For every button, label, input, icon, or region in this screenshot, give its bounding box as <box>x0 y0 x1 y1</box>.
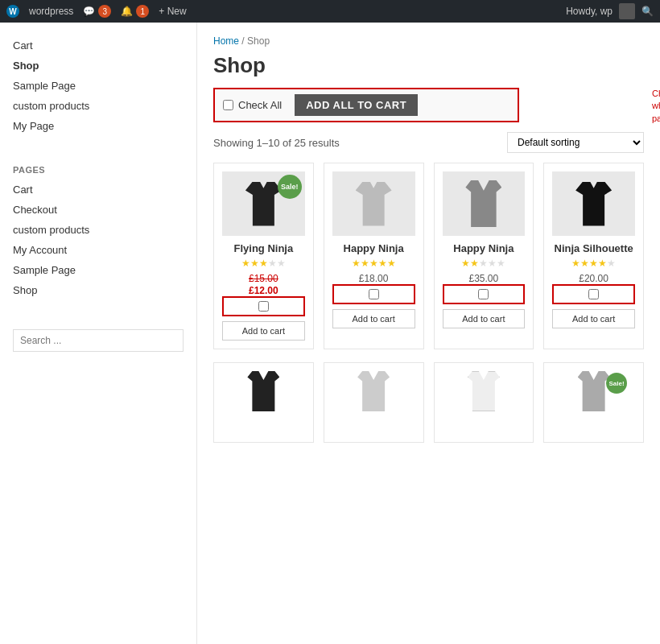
pages-item-cart[interactable]: Cart <box>13 180 184 200</box>
product-price: £35.00 <box>443 272 526 284</box>
product-image-happy-ninja-2 <box>443 171 526 236</box>
user-avatar[interactable] <box>619 3 635 19</box>
sidebar: Cart Shop Sample Page custom products My… <box>0 23 197 644</box>
sidebar-item-custom-products[interactable]: custom products <box>13 96 184 116</box>
product-checkbox[interactable] <box>258 301 269 312</box>
search-icon[interactable]: 🔍 <box>641 6 654 17</box>
product-thumb <box>357 371 390 411</box>
product-name: Flying Ninja <box>222 242 305 254</box>
sidebar-item-cart[interactable]: Cart <box>13 35 184 56</box>
check-all-bar: Check All ADD ALL TO CART <box>213 88 519 122</box>
sale-badge: Sale! <box>278 175 302 199</box>
sale-badge-2: Sale! <box>606 373 627 394</box>
add-to-cart-button[interactable]: Add to cart <box>552 309 635 328</box>
site-name[interactable]: wordpress <box>29 6 73 17</box>
product-card: Happy Ninja ★★★★★ £35.00 Add to cart <box>434 163 534 349</box>
sidebar-item-my-page[interactable]: My Page <box>13 116 184 136</box>
product-checkbox-row <box>443 284 526 304</box>
product-checkbox[interactable] <box>369 289 379 299</box>
product-stars: ★★★★★ <box>332 258 415 269</box>
product-stars: ★★★★★ <box>552 258 635 269</box>
product-checkbox[interactable] <box>478 289 489 299</box>
add-to-cart-button[interactable]: Add to cart <box>443 309 526 328</box>
product-card-partial <box>324 362 424 443</box>
results-count: Showing 1–10 of 25 results <box>213 137 340 149</box>
add-to-cart-button[interactable]: Add to cart <box>332 309 415 328</box>
pages-item-sample-page[interactable]: Sample Page <box>13 260 184 280</box>
product-image-ninja-silhouette <box>552 171 635 236</box>
product-price: £20.00 <box>552 272 635 284</box>
product-card-partial <box>213 362 314 443</box>
site-label: wordpress <box>29 6 73 17</box>
check-all-label: Check All <box>238 99 282 111</box>
breadcrumb-current: Shop <box>247 35 270 47</box>
product-card: Ninja Silhouette ★★★★★ £20.00 Add to car… <box>543 163 644 349</box>
product-stars: ★★★★★ <box>443 258 526 269</box>
sort-select[interactable]: Default sorting Sort by popularity Sort … <box>507 132 644 153</box>
products-grid-second-row: Sale! <box>213 362 644 443</box>
product-card: Sale! Flying Ninja ★★★★★ £15.00 £12.00 A… <box>213 163 314 349</box>
product-name: Ninja Silhouette <box>552 242 635 254</box>
sidebar-search-area <box>0 320 196 361</box>
breadcrumb-home[interactable]: Home <box>213 35 239 47</box>
product-card-partial: Sale! <box>543 362 644 443</box>
pages-item-checkout[interactable]: Checkout <box>13 200 184 220</box>
product-thumb <box>578 371 610 411</box>
main-nav-menu: Cart Shop Sample Page custom products My… <box>0 35 196 136</box>
product-card-partial <box>434 362 534 443</box>
page-title: Shop <box>213 53 644 78</box>
add-new-item[interactable]: + New <box>159 6 186 17</box>
sidebar-item-shop[interactable]: Shop <box>13 56 184 76</box>
add-to-cart-button[interactable]: Add to cart <box>222 321 305 341</box>
add-new-label: + New <box>159 6 186 17</box>
product-thumb <box>468 371 500 411</box>
product-checkbox-row <box>552 284 635 304</box>
search-input[interactable] <box>13 329 184 352</box>
breadcrumb: Home / Shop <box>213 35 644 47</box>
main-content: Home / Shop Shop Check All ADD ALL TO CA… <box>197 23 660 644</box>
check-all-checkbox[interactable] <box>223 100 233 110</box>
add-all-to-cart-button[interactable]: ADD ALL TO CART <box>295 94 418 116</box>
checkbox-note: Checkboxes will appear on the page which… <box>652 88 660 125</box>
new-count: 1 <box>136 5 149 18</box>
comment-count: 3 <box>98 5 111 18</box>
pages-item-my-account[interactable]: My Account <box>13 240 184 260</box>
sidebar-item-sample-page[interactable]: Sample Page <box>13 76 184 96</box>
new-item[interactable]: 🔔 1 <box>121 5 149 18</box>
wp-logo-icon[interactable]: W <box>6 5 19 18</box>
pages-item-custom-products[interactable]: custom products <box>13 220 184 240</box>
admin-bar: W wordpress 💬 3 🔔 1 + New Howdy, wp 🔍 <box>0 0 660 23</box>
greeting-text: Howdy, wp <box>566 6 613 17</box>
pages-nav-menu: Cart Checkout custom products My Account… <box>0 180 196 300</box>
product-thumb <box>247 371 279 411</box>
page-wrapper: Cart Shop Sample Page custom products My… <box>0 23 660 644</box>
comment-icon: 💬 <box>83 6 95 17</box>
product-price-old: £15.00 <box>222 272 305 284</box>
product-image-happy-ninja <box>332 171 415 236</box>
product-checkbox-row <box>222 296 305 316</box>
product-price: £18.00 <box>332 272 415 284</box>
product-card: Happy Ninja ★★★★★ £18.00 Add to cart <box>324 163 424 349</box>
pages-section-title: PAGES <box>0 155 196 180</box>
pages-item-shop[interactable]: Shop <box>13 280 184 300</box>
comments-item[interactable]: 💬 3 <box>83 5 111 18</box>
product-price-new: £12.00 <box>222 284 305 296</box>
product-name: Happy Ninja <box>332 242 415 254</box>
product-checkbox-row <box>332 284 415 304</box>
results-header: Showing 1–10 of 25 results Default sorti… <box>213 132 644 153</box>
products-grid: Sale! Flying Ninja ★★★★★ £15.00 £12.00 A… <box>213 163 644 349</box>
product-stars: ★★★★★ <box>222 258 305 269</box>
product-image-flying-ninja: Sale! <box>222 171 305 236</box>
product-name: Happy Ninja <box>443 242 526 254</box>
admin-bar-right: Howdy, wp 🔍 <box>566 3 654 19</box>
notification-icon: 🔔 <box>121 6 133 17</box>
product-checkbox[interactable] <box>588 289 599 299</box>
